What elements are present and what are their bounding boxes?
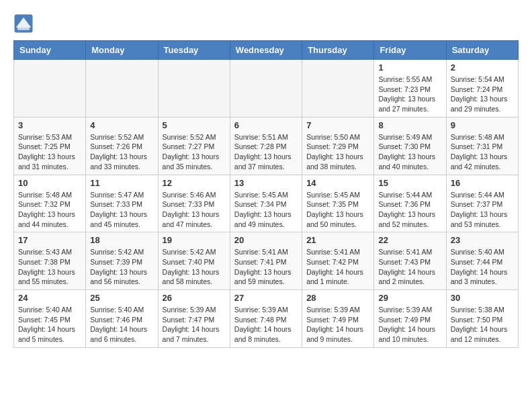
day-number: 4 bbox=[90, 120, 153, 130]
day-number: 24 bbox=[18, 293, 81, 303]
calendar-cell bbox=[14, 60, 86, 118]
calendar-cell: 16Sunrise: 5:44 AM Sunset: 7:37 PM Dayli… bbox=[446, 175, 518, 232]
calendar-cell: 2Sunrise: 5:54 AM Sunset: 7:24 PM Daylig… bbox=[446, 60, 518, 118]
calendar-cell: 22Sunrise: 5:41 AM Sunset: 7:43 PM Dayli… bbox=[374, 232, 446, 290]
day-info: Sunrise: 5:39 AM Sunset: 7:49 PM Dayligh… bbox=[306, 305, 369, 345]
day-number: 21 bbox=[306, 235, 369, 245]
calendar-cell: 11Sunrise: 5:47 AM Sunset: 7:33 PM Dayli… bbox=[86, 175, 158, 232]
calendar-cell: 10Sunrise: 5:48 AM Sunset: 7:32 PM Dayli… bbox=[14, 175, 86, 232]
day-number: 26 bbox=[163, 293, 226, 303]
day-info: Sunrise: 5:54 AM Sunset: 7:24 PM Dayligh… bbox=[451, 75, 514, 114]
calendar-cell: 3Sunrise: 5:53 AM Sunset: 7:25 PM Daylig… bbox=[14, 117, 86, 175]
day-info: Sunrise: 5:46 AM Sunset: 7:33 PM Dayligh… bbox=[163, 190, 226, 230]
day-number: 14 bbox=[306, 178, 369, 188]
day-number: 8 bbox=[378, 120, 441, 130]
calendar-cell: 19Sunrise: 5:42 AM Sunset: 7:40 PM Dayli… bbox=[158, 232, 230, 290]
day-number: 2 bbox=[451, 62, 514, 73]
day-number: 9 bbox=[451, 120, 514, 130]
day-number: 13 bbox=[234, 178, 298, 188]
weekday-header: Friday bbox=[374, 41, 446, 60]
calendar-cell: 15Sunrise: 5:44 AM Sunset: 7:36 PM Dayli… bbox=[374, 175, 446, 232]
calendar-cell: 5Sunrise: 5:52 AM Sunset: 7:27 PM Daylig… bbox=[158, 117, 230, 175]
day-number: 11 bbox=[90, 178, 153, 188]
calendar-cell: 29Sunrise: 5:39 AM Sunset: 7:49 PM Dayli… bbox=[374, 290, 446, 348]
day-info: Sunrise: 5:39 AM Sunset: 7:49 PM Dayligh… bbox=[378, 305, 441, 345]
day-number: 25 bbox=[90, 293, 153, 303]
day-info: Sunrise: 5:40 AM Sunset: 7:46 PM Dayligh… bbox=[90, 305, 153, 345]
day-info: Sunrise: 5:38 AM Sunset: 7:50 PM Dayligh… bbox=[451, 305, 514, 345]
day-info: Sunrise: 5:41 AM Sunset: 7:42 PM Dayligh… bbox=[306, 247, 369, 287]
calendar-cell: 7Sunrise: 5:50 AM Sunset: 7:29 PM Daylig… bbox=[302, 117, 374, 175]
calendar-cell: 4Sunrise: 5:52 AM Sunset: 7:26 PM Daylig… bbox=[86, 117, 158, 175]
calendar-cell: 1Sunrise: 5:55 AM Sunset: 7:23 PM Daylig… bbox=[374, 60, 446, 118]
calendar-cell: 23Sunrise: 5:40 AM Sunset: 7:44 PM Dayli… bbox=[446, 232, 518, 290]
calendar-cell: 13Sunrise: 5:45 AM Sunset: 7:34 PM Dayli… bbox=[230, 175, 302, 232]
weekday-header: Tuesday bbox=[158, 41, 230, 60]
svg-rect-2 bbox=[17, 28, 30, 30]
calendar-table: SundayMondayTuesdayWednesdayThursdayFrid… bbox=[13, 40, 519, 348]
day-number: 27 bbox=[234, 293, 298, 303]
calendar-cell: 27Sunrise: 5:39 AM Sunset: 7:48 PM Dayli… bbox=[230, 290, 302, 348]
day-number: 10 bbox=[18, 178, 81, 188]
calendar-cell bbox=[86, 60, 158, 118]
day-info: Sunrise: 5:44 AM Sunset: 7:37 PM Dayligh… bbox=[451, 190, 514, 230]
calendar-cell: 9Sunrise: 5:48 AM Sunset: 7:31 PM Daylig… bbox=[446, 117, 518, 175]
day-number: 7 bbox=[306, 120, 369, 130]
day-info: Sunrise: 5:51 AM Sunset: 7:28 PM Dayligh… bbox=[234, 132, 298, 172]
logo bbox=[13, 13, 36, 34]
day-number: 22 bbox=[378, 235, 441, 245]
day-info: Sunrise: 5:55 AM Sunset: 7:23 PM Dayligh… bbox=[378, 75, 441, 114]
day-number: 3 bbox=[18, 120, 81, 130]
day-info: Sunrise: 5:52 AM Sunset: 7:27 PM Dayligh… bbox=[163, 132, 226, 172]
calendar-cell: 25Sunrise: 5:40 AM Sunset: 7:46 PM Dayli… bbox=[86, 290, 158, 348]
day-number: 28 bbox=[306, 293, 369, 303]
day-number: 16 bbox=[451, 178, 514, 188]
page-header bbox=[13, 13, 519, 34]
weekday-header: Wednesday bbox=[230, 41, 302, 60]
calendar-cell: 24Sunrise: 5:40 AM Sunset: 7:45 PM Dayli… bbox=[14, 290, 86, 348]
calendar-cell: 14Sunrise: 5:45 AM Sunset: 7:35 PM Dayli… bbox=[302, 175, 374, 232]
day-info: Sunrise: 5:42 AM Sunset: 7:40 PM Dayligh… bbox=[163, 247, 226, 287]
logo-icon bbox=[13, 13, 34, 34]
day-info: Sunrise: 5:53 AM Sunset: 7:25 PM Dayligh… bbox=[18, 132, 81, 172]
day-info: Sunrise: 5:40 AM Sunset: 7:44 PM Dayligh… bbox=[451, 247, 514, 287]
day-info: Sunrise: 5:40 AM Sunset: 7:45 PM Dayligh… bbox=[18, 305, 81, 345]
calendar-cell bbox=[158, 60, 230, 118]
day-info: Sunrise: 5:45 AM Sunset: 7:34 PM Dayligh… bbox=[234, 190, 298, 230]
day-number: 19 bbox=[163, 235, 226, 245]
day-number: 12 bbox=[163, 178, 226, 188]
calendar-cell bbox=[302, 60, 374, 118]
calendar-cell: 21Sunrise: 5:41 AM Sunset: 7:42 PM Dayli… bbox=[302, 232, 374, 290]
day-number: 17 bbox=[18, 235, 81, 245]
weekday-header: Monday bbox=[86, 41, 158, 60]
day-number: 30 bbox=[451, 293, 514, 303]
day-number: 29 bbox=[378, 293, 441, 303]
day-number: 20 bbox=[234, 235, 298, 245]
calendar-cell: 20Sunrise: 5:41 AM Sunset: 7:41 PM Dayli… bbox=[230, 232, 302, 290]
day-number: 15 bbox=[378, 178, 441, 188]
day-info: Sunrise: 5:52 AM Sunset: 7:26 PM Dayligh… bbox=[90, 132, 153, 172]
calendar-cell: 17Sunrise: 5:43 AM Sunset: 7:38 PM Dayli… bbox=[14, 232, 86, 290]
day-number: 1 bbox=[378, 62, 441, 73]
day-info: Sunrise: 5:49 AM Sunset: 7:30 PM Dayligh… bbox=[378, 132, 441, 172]
calendar-cell: 12Sunrise: 5:46 AM Sunset: 7:33 PM Dayli… bbox=[158, 175, 230, 232]
day-info: Sunrise: 5:48 AM Sunset: 7:32 PM Dayligh… bbox=[18, 190, 81, 230]
day-info: Sunrise: 5:39 AM Sunset: 7:48 PM Dayligh… bbox=[234, 305, 298, 345]
calendar-cell: 26Sunrise: 5:39 AM Sunset: 7:47 PM Dayli… bbox=[158, 290, 230, 348]
day-info: Sunrise: 5:39 AM Sunset: 7:47 PM Dayligh… bbox=[163, 305, 226, 345]
day-info: Sunrise: 5:44 AM Sunset: 7:36 PM Dayligh… bbox=[378, 190, 441, 230]
day-number: 5 bbox=[163, 120, 226, 130]
weekday-header: Saturday bbox=[446, 41, 518, 60]
weekday-header: Sunday bbox=[14, 41, 86, 60]
calendar-cell: 28Sunrise: 5:39 AM Sunset: 7:49 PM Dayli… bbox=[302, 290, 374, 348]
weekday-header: Thursday bbox=[302, 41, 374, 60]
day-info: Sunrise: 5:43 AM Sunset: 7:38 PM Dayligh… bbox=[18, 247, 81, 287]
day-info: Sunrise: 5:47 AM Sunset: 7:33 PM Dayligh… bbox=[90, 190, 153, 230]
day-info: Sunrise: 5:42 AM Sunset: 7:39 PM Dayligh… bbox=[90, 247, 153, 287]
calendar-cell: 6Sunrise: 5:51 AM Sunset: 7:28 PM Daylig… bbox=[230, 117, 302, 175]
calendar-cell bbox=[230, 60, 302, 118]
calendar-cell: 18Sunrise: 5:42 AM Sunset: 7:39 PM Dayli… bbox=[86, 232, 158, 290]
day-info: Sunrise: 5:41 AM Sunset: 7:43 PM Dayligh… bbox=[378, 247, 441, 287]
day-info: Sunrise: 5:41 AM Sunset: 7:41 PM Dayligh… bbox=[234, 247, 298, 287]
day-info: Sunrise: 5:45 AM Sunset: 7:35 PM Dayligh… bbox=[306, 190, 369, 230]
